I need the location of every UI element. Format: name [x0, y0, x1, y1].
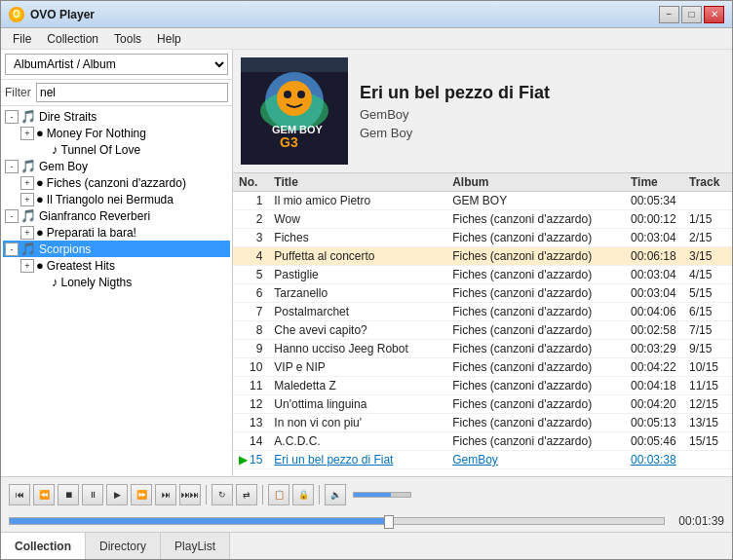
- track-no-7: 7: [233, 303, 268, 321]
- tree-icon-tunnel-of-love: ♪: [52, 142, 58, 157]
- menu-tools[interactable]: Tools: [106, 30, 149, 48]
- filter-input[interactable]: [36, 83, 228, 102]
- track-title-12: Un'ottima linguina: [268, 395, 446, 414]
- track-row-2[interactable]: 2WowFiches (canzoni d'azzardo)00:00:121/…: [233, 210, 732, 229]
- tree-item-money-for-nothing[interactable]: +●Money For Nothing: [3, 125, 230, 141]
- filter-bar: Filter: [1, 80, 232, 106]
- tree-icon-gem-boy: 🎵: [20, 159, 36, 173]
- track-row-11[interactable]: 11Maledetta ZFiches (canzoni d'azzardo)0…: [233, 377, 732, 395]
- seek-bar[interactable]: [9, 517, 665, 525]
- track-row-10[interactable]: 10VIP e NIPFiches (canzoni d'azzardo)00:…: [233, 358, 732, 377]
- track-row-12[interactable]: 12Un'ottima linguinaFiches (canzoni d'az…: [233, 395, 732, 414]
- tree-expand-scorpions[interactable]: -: [5, 243, 19, 256]
- track-row-3[interactable]: 3FichesFiches (canzoni d'azzardo)00:03:0…: [233, 229, 732, 247]
- lock-button[interactable]: 🔒: [292, 484, 314, 505]
- seek-thumb: [384, 515, 394, 529]
- col-title: Title: [268, 173, 446, 192]
- track-time-11: 00:04:18: [625, 377, 683, 395]
- tree-expand-greatest-hits[interactable]: +: [20, 259, 34, 273]
- tree-item-preparati-la-bara[interactable]: +●Preparati la bara!: [3, 224, 230, 241]
- tree-item-il-triangolo[interactable]: +●Il Triangolo nei Bermuda: [3, 191, 230, 207]
- track-title-3: Fiches: [268, 229, 446, 247]
- track-title-13: In non vi con piu': [268, 414, 446, 432]
- track-row-7[interactable]: 7PostalmarchetFiches (canzoni d'azzardo)…: [233, 303, 732, 321]
- track-num-11: 11/15: [683, 377, 732, 395]
- track-num-12: 12/15: [683, 395, 732, 414]
- tree-item-gianfranco-reverberi[interactable]: -🎵Gianfranco Reverberi: [3, 207, 230, 224]
- track-row-5[interactable]: 5PastiglieFiches (canzoni d'azzardo)00:0…: [233, 266, 732, 284]
- menu-collection[interactable]: Collection: [39, 30, 106, 48]
- track-row-6[interactable]: 6TarzanelloFiches (canzoni d'azzardo)00:…: [233, 284, 732, 303]
- svg-point-3: [277, 81, 312, 116]
- track-num-6: 5/15: [683, 284, 732, 303]
- tree-icon-gianfranco-reverberi: 🎵: [20, 208, 36, 223]
- shuffle-button[interactable]: ⇄: [236, 484, 257, 505]
- volume-fill: [354, 493, 391, 497]
- menu-file[interactable]: File: [5, 30, 39, 48]
- tree-icon-scorpions: 🎵: [20, 242, 36, 256]
- tree-expand-preparati-la-bara[interactable]: +: [20, 226, 34, 240]
- track-row-8[interactable]: 8Che avevi capito?Fiches (canzoni d'azza…: [233, 321, 732, 340]
- separator-1: [206, 485, 207, 504]
- tree-item-lonely-nights[interactable]: ♪Lonely Nigths: [3, 274, 230, 290]
- tree-label-lonely-nights: Lonely Nigths: [61, 276, 133, 289]
- track-row-9[interactable]: 9Hanno ucciso Jeeg RobotFiches (canzoni …: [233, 340, 732, 358]
- track-title-15: Eri un bel pezzo di Fiat: [268, 451, 446, 469]
- tab-collection[interactable]: Collection: [1, 533, 86, 559]
- track-time-9: 00:03:29: [625, 340, 683, 358]
- tree-item-tunnel-of-love[interactable]: ♪Tunnel Of Love: [3, 141, 230, 158]
- tree-expand-fiches-canzoni[interactable]: +: [20, 176, 34, 190]
- track-title-1: Il mio amico Pietro: [268, 192, 446, 210]
- maximize-button[interactable]: □: [681, 6, 702, 23]
- tree-item-dire-straits[interactable]: -🎵Dire Straits: [3, 108, 230, 125]
- mode-button[interactable]: ↻: [212, 484, 233, 505]
- close-button[interactable]: ✕: [704, 6, 724, 23]
- track-row-13[interactable]: 13In non vi con piu'Fiches (canzoni d'az…: [233, 414, 732, 432]
- track-no-12: 12: [233, 395, 268, 414]
- track-album-7: Fiches (canzoni d'azzardo): [446, 303, 625, 321]
- track-no-11: 11: [233, 377, 268, 395]
- tree-expand-il-triangolo[interactable]: +: [20, 193, 34, 206]
- track-row-15[interactable]: ▶15Eri un bel pezzo di FiatGemBoy00:03:3…: [233, 451, 732, 469]
- track-row-1[interactable]: 1Il mio amico PietroGEM BOY00:05:34: [233, 192, 732, 210]
- play-button[interactable]: ▶: [106, 484, 128, 505]
- menu-help[interactable]: Help: [149, 30, 189, 48]
- track-time-6: 00:03:04: [625, 284, 683, 303]
- tree-expand-dire-straits[interactable]: -: [5, 110, 19, 124]
- tree-item-gem-boy[interactable]: -🎵Gem Boy: [3, 158, 230, 174]
- pause-button[interactable]: ⏸: [82, 484, 103, 505]
- tree-expand-gem-boy[interactable]: -: [5, 160, 19, 173]
- rewind-button[interactable]: ⏪: [33, 484, 55, 505]
- tree-item-scorpions[interactable]: -🎵Scorpions: [3, 241, 230, 257]
- minimize-button[interactable]: −: [659, 6, 679, 23]
- time-display: 00:01:39: [671, 514, 724, 528]
- next-track-button[interactable]: ⏭: [155, 484, 176, 505]
- track-no-8: 8: [233, 321, 268, 340]
- track-title-4: Puffetta al concerto: [268, 247, 446, 266]
- track-time-15: 00:03:38: [625, 451, 683, 469]
- tree-expand-money-for-nothing[interactable]: +: [20, 127, 34, 140]
- stop-button[interactable]: ⏹: [58, 484, 79, 505]
- tree-expand-gianfranco-reverberi[interactable]: -: [5, 209, 19, 223]
- grouping-dropdown[interactable]: AlbumArtist / Album Artist / Album Genre…: [5, 54, 228, 75]
- tab-playlist[interactable]: PlayList: [161, 533, 230, 559]
- tree-icon-preparati-la-bara: ●: [36, 225, 44, 240]
- track-row-14[interactable]: 14A.C.D.C.Fiches (canzoni d'azzardo)00:0…: [233, 432, 732, 451]
- seek-bar-row: 00:01:39: [1, 512, 732, 532]
- separator-3: [319, 485, 320, 504]
- track-time-5: 00:03:04: [625, 266, 683, 284]
- track-album-13: Fiches (canzoni d'azzardo): [446, 414, 625, 432]
- svg-rect-8: [241, 57, 348, 72]
- track-num-5: 4/15: [683, 266, 732, 284]
- skip-end-button[interactable]: ⏭⏭: [179, 484, 201, 505]
- playlist-add-button[interactable]: 📋: [268, 484, 289, 505]
- fast-forward-button[interactable]: ⏩: [131, 484, 152, 505]
- tree-item-fiches-canzoni[interactable]: +●Fiches (canzoni d'azzardo): [3, 174, 230, 191]
- tab-directory[interactable]: Directory: [86, 533, 161, 559]
- prev-track-button[interactable]: ⏮: [9, 484, 30, 505]
- track-row-4[interactable]: 4Puffetta al concertoFiches (canzoni d'a…: [233, 247, 732, 266]
- tree-label-scorpions: Scorpions: [39, 243, 91, 256]
- volume-slider[interactable]: [353, 492, 411, 498]
- track-time-10: 00:04:22: [625, 358, 683, 377]
- tree-item-greatest-hits[interactable]: +●Greatest Hits: [3, 257, 230, 274]
